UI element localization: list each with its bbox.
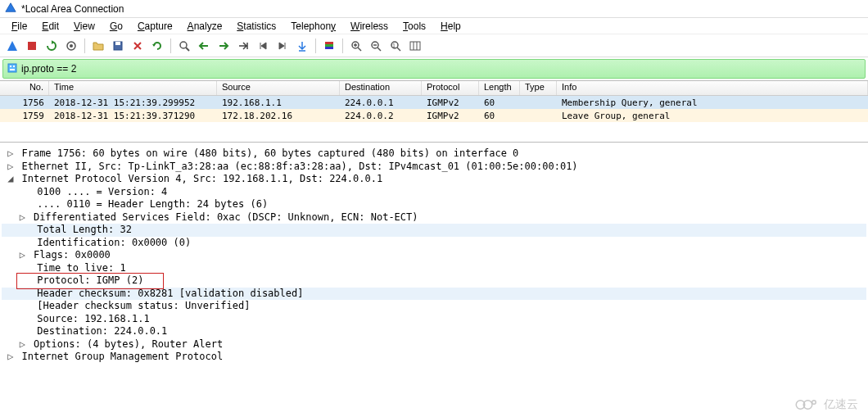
toolbar-separator <box>84 39 85 53</box>
svg-rect-16 <box>13 66 15 67</box>
packet-row[interactable]: 1759 2018-12-31 15:21:39.371290 172.18.2… <box>0 109 868 122</box>
toolbar: 1 <box>0 34 868 57</box>
col-source[interactable]: Source <box>217 81 340 95</box>
tree-ip-proto[interactable]: Protocol: IGMP (2) <box>2 274 866 288</box>
toolbar-stop-capture[interactable] <box>23 37 41 55</box>
menu-statistics[interactable]: Statistics <box>230 19 283 34</box>
watermark: 亿速云 <box>794 397 858 412</box>
titlebar: *Local Area Connection <box>0 0 868 18</box>
expand-icon[interactable]: ▷ <box>20 249 28 262</box>
col-length[interactable]: Length <box>479 81 520 95</box>
tree-ip-dst[interactable]: Destination: 224.0.0.1 <box>2 325 866 338</box>
menu-wireless[interactable]: Wireless <box>344 19 395 34</box>
col-time[interactable]: Time <box>49 81 217 95</box>
svg-point-20 <box>812 401 816 405</box>
svg-rect-15 <box>10 66 11 67</box>
tree-ip-id[interactable]: Identification: 0x0000 (0) <box>2 237 866 250</box>
svg-point-5 <box>180 42 187 48</box>
cell-destination: 224.0.0.2 <box>340 111 422 121</box>
menu-telephony[interactable]: Telephony <box>284 19 342 34</box>
packet-list: No. Time Source Destination Protocol Len… <box>0 80 868 142</box>
expand-icon[interactable]: ▷ <box>20 338 28 351</box>
tree-ip-opts[interactable]: ▷ Options: (4 bytes), Router Alert <box>2 338 866 351</box>
menu-capture[interactable]: Capture <box>131 19 179 34</box>
expand-icon[interactable]: ▷ <box>7 351 16 364</box>
cell-info: Leave Group, general <box>557 111 868 121</box>
toolbar-colorize[interactable] <box>320 37 338 55</box>
svg-rect-17 <box>10 69 15 70</box>
packet-row[interactable]: 1756 2018-12-31 15:21:39.299952 192.168.… <box>0 96 868 109</box>
menu-file[interactable]: File <box>5 19 34 34</box>
packet-details[interactable]: ▷ Frame 1756: 60 bytes on wire (480 bits… <box>0 142 868 372</box>
toolbar-close[interactable] <box>129 37 147 55</box>
cell-protocol: IGMPv2 <box>422 111 479 121</box>
tree-ip-cksum[interactable]: Header checksum: 0x8281 [validation disa… <box>2 288 866 301</box>
tree-ethernet[interactable]: ▷ Ethernet II, Src: Tp-LinkT_a3:28:aa (e… <box>2 161 866 174</box>
toolbar-start-capture[interactable] <box>3 37 21 55</box>
svg-rect-7 <box>325 44 333 47</box>
toolbar-zoom-in[interactable] <box>347 37 365 55</box>
toolbar-first[interactable] <box>254 37 272 55</box>
tree-frame[interactable]: ▷ Frame 1756: 60 bytes on wire (480 bits… <box>2 147 866 161</box>
svg-rect-8 <box>325 47 333 49</box>
toolbar-autoscroll[interactable] <box>293 37 311 55</box>
toolbar-zoom-out[interactable] <box>367 37 385 55</box>
expand-icon[interactable]: ▷ <box>20 211 28 224</box>
toolbar-resize-columns[interactable] <box>406 37 424 55</box>
cell-time: 2018-12-31 15:21:39.371290 <box>49 111 217 121</box>
menu-go[interactable]: Go <box>103 19 129 34</box>
toolbar-jump[interactable] <box>234 37 252 55</box>
tree-ip-version[interactable]: 0100 .... = Version: 4 <box>2 186 866 199</box>
cell-info: Membership Query, general <box>557 97 868 108</box>
toolbar-last[interactable] <box>274 37 292 55</box>
cell-source: 192.168.1.1 <box>217 97 340 108</box>
window-title: *Local Area Connection <box>21 3 124 15</box>
display-filter-bar[interactable] <box>2 59 866 79</box>
toolbar-reload[interactable] <box>148 37 166 55</box>
tree-ip-ttl[interactable]: Time to live: 1 <box>2 262 866 275</box>
toolbar-separator <box>315 39 316 53</box>
menu-help[interactable]: Help <box>434 19 468 34</box>
svg-rect-14 <box>8 64 16 72</box>
menu-analyze[interactable]: Analyze <box>181 19 229 34</box>
col-protocol[interactable]: Protocol <box>422 81 479 95</box>
cell-destination: 224.0.0.1 <box>340 97 422 108</box>
watermark-text: 亿速云 <box>824 397 858 412</box>
filter-icon <box>7 62 21 76</box>
toolbar-options[interactable] <box>62 37 80 55</box>
col-destination[interactable]: Destination <box>340 81 422 95</box>
tree-ip-src[interactable]: Source: 192.168.1.1 <box>2 313 866 326</box>
tree-ip-dsfield[interactable]: ▷ Differentiated Services Field: 0xac (D… <box>2 211 866 224</box>
tree-ip-totlen[interactable]: Total Length: 32 <box>2 224 866 237</box>
collapse-icon[interactable]: ◢ <box>7 173 16 186</box>
svg-rect-6 <box>325 42 333 44</box>
packet-list-header: No. Time Source Destination Protocol Len… <box>0 81 868 96</box>
tree-ip-cksum-status[interactable]: [Header checksum status: Unverified] <box>2 300 866 313</box>
tree-ip[interactable]: ◢ Internet Protocol Version 4, Src: 192.… <box>2 173 866 186</box>
col-no[interactable]: No. <box>0 81 49 95</box>
expand-icon[interactable]: ▷ <box>7 147 16 161</box>
toolbar-open[interactable] <box>89 37 107 55</box>
cell-length: 60 <box>479 111 520 121</box>
menu-edit[interactable]: Edit <box>35 19 66 34</box>
toolbar-save[interactable] <box>109 37 127 55</box>
tree-ip-hlen[interactable]: .... 0110 = Header Length: 24 bytes (6) <box>2 198 866 211</box>
svg-point-2 <box>70 44 73 48</box>
col-info[interactable]: Info <box>557 81 868 95</box>
menu-view[interactable]: View <box>67 19 102 34</box>
display-filter-input[interactable] <box>21 63 865 75</box>
toolbar-restart-capture[interactable] <box>43 37 61 55</box>
menu-tools[interactable]: Tools <box>396 19 432 34</box>
toolbar-zoom-reset[interactable]: 1 <box>387 37 405 55</box>
toolbar-next[interactable] <box>215 37 233 55</box>
tree-igmp[interactable]: ▷ Internet Group Management Protocol <box>2 351 866 364</box>
app-icon <box>5 2 16 16</box>
expand-icon[interactable]: ▷ <box>7 161 16 174</box>
toolbar-separator <box>342 39 343 53</box>
svg-text:1: 1 <box>392 43 396 48</box>
toolbar-find[interactable] <box>175 37 193 55</box>
tree-ip-flags[interactable]: ▷ Flags: 0x0000 <box>2 249 866 262</box>
col-type[interactable]: Type <box>520 81 557 95</box>
toolbar-prev[interactable] <box>195 37 213 55</box>
cell-length: 60 <box>479 97 520 108</box>
